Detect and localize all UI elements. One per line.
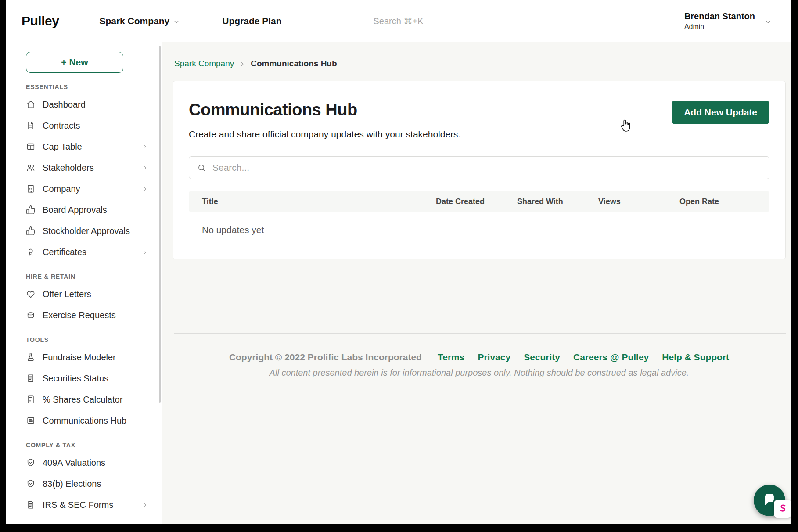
updates-table-header: TitleDate CreatedShared WithViewsOpen Ra… [189,191,769,212]
main-content: Spark Company Communications Hub Communi… [162,42,791,524]
new-button[interactable]: + New [26,52,123,73]
column-header-date-created: Date Created [436,197,517,206]
sidebar-item-label: Offer Letters [43,289,91,299]
sidebar-item-board-approvals[interactable]: Board Approvals [6,199,162,220]
sidebar: + New ESSENTIALSDashboardContractsCap Ta… [6,42,162,524]
app-window: Pulley Spark Company Upgrade Plan Search… [6,0,791,524]
updates-search[interactable] [189,156,769,179]
page-title: Communications Hub [189,101,460,119]
sidebar-item-offer-letters[interactable]: Offer Letters [6,284,162,305]
copyright-text: Copyright © 2022 Prolific Labs Incorpora… [229,352,422,363]
sidebar-item-label: Exercise Requests [43,310,116,320]
footer-link-security[interactable]: Security [524,352,560,363]
building-icon [26,184,36,194]
column-header-open-rate: Open Rate [679,197,756,206]
sidebar-item-label: 409A Valuations [43,458,105,468]
sidebar-item-exercise-requests[interactable]: Exercise Requests [6,305,162,326]
chevron-down-icon [765,18,772,25]
document-lines-icon [26,374,36,383]
chevron-right-icon [142,249,148,255]
thumbs-up-icon [26,205,36,215]
sidebar-item-stakeholders[interactable]: Stakeholders [6,157,162,178]
chevron-down-icon [173,18,180,25]
sidebar-item-dashboard[interactable]: Dashboard [6,94,162,115]
sidebar-item-label: Contracts [43,121,80,131]
empty-state-message: No updates yet [189,212,769,238]
user-role: Admin [684,23,755,31]
pulley-mark-icon [777,503,788,514]
sidebar-section-comply-tax: COMPLY & TAX [26,442,162,449]
column-header-title: Title [202,197,436,206]
updates-search-input[interactable] [212,162,761,173]
home-icon [26,100,36,109]
sidebar-item-label: Stockholder Approvals [43,226,130,236]
search-icon [197,163,206,173]
sidebar-scrollbar[interactable] [159,46,161,403]
coin-icon [26,310,36,320]
chevron-right-icon [142,144,148,150]
footer-links: TermsPrivacySecurityCareers @ PulleyHelp… [438,352,729,363]
sidebar-item-label: % Shares Calculator [43,395,122,405]
news-icon [26,416,36,425]
sidebar-section-tools: TOOLS [26,336,162,343]
sidebar-item-stockholder-approvals[interactable]: Stockholder Approvals [6,220,162,241]
sidebar-item-contracts[interactable]: Contracts [6,115,162,136]
top-bar: Pulley Spark Company Upgrade Plan Search… [6,0,791,42]
people-icon [26,163,36,173]
flask-icon [26,352,36,362]
pulley-brand-badge [774,500,791,518]
footer-link-help-support[interactable]: Help & Support [662,352,729,363]
global-search[interactable]: Search ⌘+K [374,16,424,26]
user-name: Brendan Stanton [684,11,755,22]
add-new-update-button[interactable]: Add New Update [672,101,769,124]
certificate-icon [26,247,36,257]
breadcrumb-parent[interactable]: Spark Company [174,59,234,68]
sidebar-item-shares-calculator[interactable]: % Shares Calculator [6,389,162,410]
document-icon [26,121,36,130]
chevron-right-icon [239,61,245,67]
sidebar-item-label: Securities Status [43,374,108,384]
sidebar-item-certificates[interactable]: Certificates [6,241,162,262]
company-switcher-label: Spark Company [99,16,169,26]
heart-icon [26,289,36,299]
sidebar-section-hire-retain: HIRE & RETAIN [26,273,162,280]
legal-disclaimer: All content presented herein is for info… [173,368,786,378]
user-menu[interactable]: Brendan Stanton Admin [684,11,772,31]
sidebar-item-label: Company [43,184,80,194]
chevron-right-icon [142,165,148,171]
sidebar-nav: ESSENTIALSDashboardContractsCap TableSta… [6,83,162,515]
sidebar-item-label: Dashboard [43,100,86,110]
communications-hub-card: Communications Hub Create and share offi… [173,81,786,259]
upgrade-plan-link[interactable]: Upgrade Plan [222,16,281,26]
sidebar-item-83-b-elections[interactable]: 83(b) Elections [6,473,162,494]
breadcrumb: Spark Company Communications Hub [173,59,786,68]
screen-letterbox: Pulley Spark Company Upgrade Plan Search… [0,0,798,532]
sidebar-item-cap-table[interactable]: Cap Table [6,136,162,157]
column-header-shared-with: Shared With [517,197,598,206]
sidebar-item-label: Cap Table [43,142,82,152]
sidebar-item-irs-sec-forms[interactable]: IRS & SEC Forms [6,494,162,515]
sidebar-item-company[interactable]: Company [6,178,162,199]
thumbs-up-icon [26,226,36,236]
chevron-right-icon [142,186,148,192]
sidebar-item-label: Communications Hub [43,416,126,426]
sidebar-item-label: 83(b) Elections [43,479,101,489]
footer: Copyright © 2022 Prolific Labs Incorpora… [173,352,786,378]
column-header-views: Views [598,197,679,206]
sidebar-section-essentials: ESSENTIALS [26,83,162,90]
sidebar-item-securities-status[interactable]: Securities Status [6,368,162,389]
footer-link-careers-pulley[interactable]: Careers @ Pulley [573,352,649,363]
breadcrumb-current: Communications Hub [251,59,337,68]
sidebar-item-communications-hub[interactable]: Communications Hub [6,410,162,431]
pulley-logo[interactable]: Pulley [22,14,59,29]
calculator-icon [26,395,36,404]
sidebar-item-409a-valuations[interactable]: 409A Valuations [6,452,162,473]
footer-link-terms[interactable]: Terms [438,352,464,363]
company-switcher[interactable]: Spark Company [99,16,180,26]
sidebar-item-label: IRS & SEC Forms [43,500,113,510]
footer-link-privacy[interactable]: Privacy [478,352,510,363]
page-subtitle: Create and share official company update… [189,129,460,140]
sidebar-item-fundraise-modeler[interactable]: Fundraise Modeler [6,347,162,368]
form-icon [26,500,36,510]
shield-check-icon [26,479,36,489]
